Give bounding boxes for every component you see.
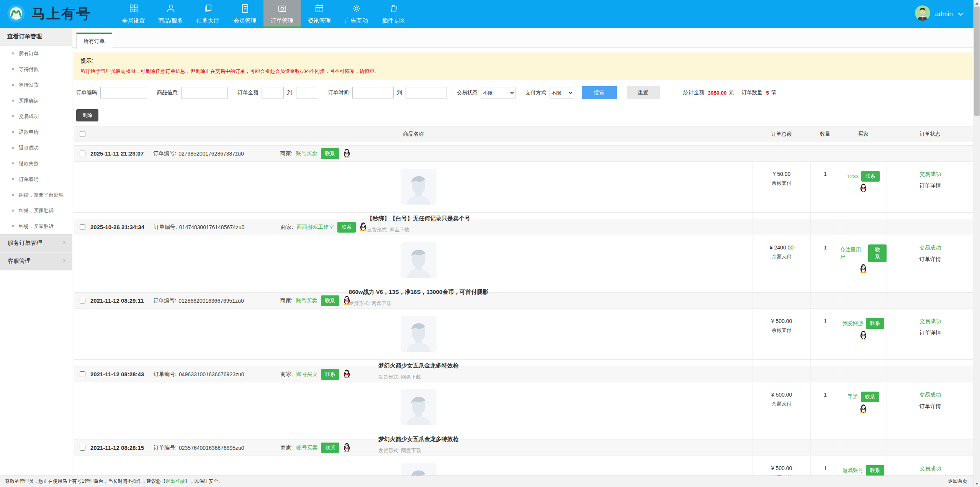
trade-status-select[interactable]: 不限	[481, 87, 515, 98]
sidebar-item[interactable]: 纠纷，卖家胜诉	[0, 218, 72, 234]
back-home-link[interactable]: 返回首页	[948, 478, 967, 485]
time-end-input[interactable]	[406, 87, 447, 98]
order-count-label: 订单数量:	[742, 89, 764, 96]
order-no-label: 订单编号:	[153, 150, 176, 157]
qq-icon[interactable]	[343, 369, 351, 379]
nav-label: 会员管理	[234, 17, 257, 25]
seller-contact-button[interactable]: 联系	[321, 148, 339, 159]
seller-link[interactable]: 西西游戏工作室	[296, 224, 334, 231]
quantity-cell: 1	[810, 456, 840, 476]
qq-icon[interactable]	[359, 222, 367, 232]
nav-label: 广告互动	[345, 17, 368, 25]
sidebar-item-label: 纠纷，需要平台处理	[19, 192, 64, 198]
sidebar-item[interactable]: 退款申请	[0, 124, 72, 140]
qq-icon[interactable]	[859, 264, 867, 274]
qq-icon[interactable]	[343, 443, 351, 453]
order-checkbox[interactable]	[80, 298, 85, 303]
amount-min-input[interactable]	[262, 87, 284, 98]
time-start-input[interactable]	[352, 87, 394, 98]
sidebar-item[interactable]: 退款成功	[0, 140, 72, 156]
trade-status-label: 交易状态:	[457, 89, 479, 96]
buyer-link[interactable]: 游戏账号	[843, 467, 863, 474]
order-detail-link[interactable]: 订单详情	[919, 330, 941, 336]
nav-item-plugin-zone[interactable]: 插件专区	[375, 0, 412, 28]
sidebar-item[interactable]: 等待付款	[0, 61, 72, 77]
order-checkbox[interactable]	[80, 151, 85, 156]
sidebar-item[interactable]: 纠纷，需要平台处理	[0, 187, 72, 203]
sidebar-section[interactable]: 服务订单管理	[0, 234, 72, 253]
seller-label: 商家:	[281, 371, 293, 378]
buyer-contact-button[interactable]: 联系	[866, 465, 884, 476]
scroll-up-arrow-icon[interactable]	[974, 0, 980, 7]
qq-icon[interactable]	[859, 404, 867, 414]
sidebar-item[interactable]: 订单取消	[0, 171, 72, 187]
seller-link[interactable]: 账号买卖	[296, 444, 317, 451]
stats: 统计金额:3950.00元 订单数量:5笔	[684, 89, 777, 96]
product-cell: 梦幻火箭少女五爪金龙多特效枪 发货形式: 网盘下载	[74, 382, 753, 454]
sidebar-section[interactable]: 客服管理	[0, 253, 72, 271]
sidebar-section-title: 查看订单管理	[0, 28, 72, 46]
logout-link[interactable]: 退出登录	[165, 479, 185, 484]
sidebar-item[interactable]: 交易成功	[0, 108, 72, 124]
nav-item-member-management[interactable]: 会员管理	[226, 0, 263, 28]
nav-item-ad-interaction[interactable]: 广告互动	[338, 0, 375, 28]
select-all-checkbox[interactable]	[80, 131, 85, 137]
reset-button[interactable]: 重置	[627, 86, 660, 99]
sidebar-item[interactable]: 退款失败	[0, 156, 72, 171]
order-no-label: 订单编号:	[154, 371, 177, 378]
vertical-scrollbar[interactable]	[973, 0, 980, 487]
seller-contact-button[interactable]: 联系	[321, 369, 339, 380]
amount-max-input[interactable]	[296, 87, 318, 98]
buyer-link[interactable]: 手游	[848, 394, 858, 400]
search-button[interactable]: 搜索	[582, 86, 617, 99]
nav-item-products-services[interactable]: 商品/服务	[152, 0, 189, 28]
order-checkbox[interactable]	[80, 371, 85, 377]
grid-icon	[129, 3, 139, 15]
seller-link[interactable]: 账号买卖	[296, 150, 317, 157]
order-checkbox[interactable]	[80, 445, 85, 451]
order-code-input[interactable]	[100, 87, 147, 98]
order-detail-link[interactable]: 订单详情	[919, 403, 941, 410]
pay-method-select[interactable]: 不限	[550, 87, 574, 98]
sidebar-item[interactable]: 所有订单	[0, 46, 72, 61]
scroll-down-arrow-icon[interactable]	[974, 480, 980, 487]
order-checkbox[interactable]	[80, 224, 85, 230]
nav-item-order-management[interactable]: 订单管理	[263, 0, 301, 28]
buyer-contact-button[interactable]: 联系	[861, 392, 879, 402]
user-menu[interactable]: admin	[915, 0, 980, 28]
buyer-link[interactable]: 1233	[847, 174, 859, 179]
seller-contact-button[interactable]: 联系	[337, 222, 356, 233]
buyer-contact-button[interactable]: 联系	[861, 171, 880, 182]
delete-button[interactable]: 删除	[76, 109, 98, 121]
tab-all-orders[interactable]: 所有订单	[76, 33, 112, 49]
buyer-cell: 免注册用户 联系	[840, 235, 887, 307]
order-price: ¥ 500.00	[771, 318, 792, 324]
order-detail-link[interactable]: 订单详情	[919, 182, 941, 189]
product-info-input[interactable]	[181, 87, 228, 98]
scrollbar-thumb[interactable]	[974, 7, 980, 116]
buyer-link[interactable]: 我爱网游	[843, 320, 863, 327]
seller-contact-button[interactable]: 联系	[321, 295, 339, 306]
buyer-contact-button[interactable]: 联系	[866, 318, 884, 329]
qq-icon[interactable]	[859, 183, 867, 193]
nav-item-global-settings[interactable]: 全局设置	[115, 0, 152, 28]
qq-icon[interactable]	[343, 148, 351, 159]
qq-icon[interactable]	[343, 295, 351, 306]
seller-link[interactable]: 账号买卖	[296, 371, 317, 378]
nav-item-news-management[interactable]: 资讯管理	[301, 0, 338, 28]
nav-item-task-hall[interactable]: 任务大厅	[189, 0, 226, 28]
total-amount-unit: 元	[729, 89, 734, 96]
sidebar-item[interactable]: 等待发货	[0, 77, 72, 93]
order-count-value: 5	[766, 90, 769, 96]
sidebar-item[interactable]: 纠纷，买家胜诉	[0, 203, 72, 218]
buyer-link[interactable]: 免注册用户	[840, 246, 865, 260]
seller-link[interactable]: 账号买卖	[296, 297, 317, 304]
product-title: 梦幻火箭少女五爪金龙多特效枪	[378, 436, 459, 443]
buyer-contact-button[interactable]: 联系	[868, 244, 887, 262]
seller-contact-button[interactable]: 联系	[321, 443, 339, 453]
qq-icon[interactable]	[859, 330, 867, 341]
order-detail-link[interactable]: 订单详情	[919, 256, 941, 263]
buyer-cell: 游戏账号 联系	[840, 456, 887, 476]
sidebar-item[interactable]: 买家确认	[0, 93, 72, 108]
delivery-label: 发货形式:	[378, 448, 400, 453]
